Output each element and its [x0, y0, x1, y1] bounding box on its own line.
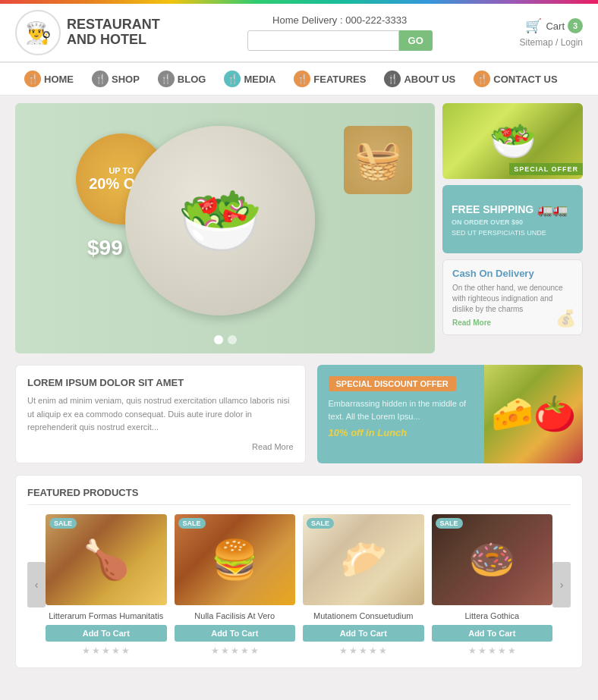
hero-slider: UP TO 20% OFF $99 🥗 🧺: [15, 103, 435, 353]
shipping-subtitle: ON ORDER OVER $90: [452, 218, 574, 226]
star-3: ★: [231, 645, 239, 656]
slider-dots: [214, 335, 237, 344]
add-to-cart-button[interactable]: Add To Cart: [432, 625, 553, 642]
nav-about[interactable]: 🍴 ABOUT US: [375, 63, 464, 95]
discount-text: 10% off in Lunch: [329, 427, 474, 438]
cart-label: Cart: [546, 20, 565, 32]
food-plate: 🥗: [114, 111, 326, 331]
search-input[interactable]: [247, 30, 399, 51]
star-1: ★: [339, 645, 348, 656]
nav-media-icon: 🍴: [224, 71, 241, 87]
star-3: ★: [488, 645, 496, 656]
featured-title: FEATURED PRODUCTS: [27, 487, 571, 505]
star-3: ★: [102, 645, 110, 656]
info-left-panel: LOREM IPSUM DOLOR SIT AMET Ut enim ad mi…: [15, 365, 306, 463]
star-5: ★: [379, 645, 387, 656]
special-offer-card: 🥗 SPECIAL OFFER: [442, 103, 583, 179]
info-left-readmore[interactable]: Read More: [27, 442, 294, 451]
star-5: ★: [508, 645, 516, 656]
star-1: ★: [82, 645, 90, 656]
slider-dot-1[interactable]: [214, 335, 223, 344]
logo-image: 👨‍🍳: [15, 10, 61, 55]
nav-blog-icon: 🍴: [158, 71, 175, 87]
info-right-panel: SPECIAL DISCOUNT OFFER Embarrassing hidd…: [317, 365, 584, 463]
carousel-next-button[interactable]: ›: [552, 562, 571, 607]
info-right-image: 🧀🍅: [484, 365, 583, 463]
product-image-wrap: SALE: [46, 514, 167, 605]
logo-area: 👨‍🍳 RESTAURANT AND HOTEL: [15, 10, 160, 55]
shipping-title: FREE SHIPPING 🚛: [452, 202, 574, 217]
main-content: UP TO 20% OFF $99 🥗 🧺 🥗: [0, 96, 598, 687]
nav-media[interactable]: 🍴 MEDIA: [215, 63, 285, 95]
header-right: 🛒 Cart 3 Sitemap / Login: [520, 17, 583, 48]
carousel-prev-button[interactable]: ‹: [27, 562, 46, 607]
cart-count: 3: [568, 18, 583, 33]
free-shipping-card: FREE SHIPPING 🚛 ON ORDER OVER $90 SED UT…: [442, 185, 583, 253]
product-image-wrap: SALE: [303, 514, 424, 605]
products-grid: SALE Litterarum Formas Humanitatis Add T…: [46, 514, 552, 656]
cart-info[interactable]: 🛒 Cart 3: [520, 17, 583, 34]
brand-name: RESTAURANT AND HOTEL: [67, 17, 160, 48]
sale-badge: SALE: [178, 518, 206, 529]
nav-features[interactable]: 🍴 FEATURES: [285, 63, 375, 95]
star-5: ★: [250, 645, 259, 656]
featured-products-section: FEATURED PRODUCTS ‹ SALE Litterarum Form…: [15, 475, 583, 668]
star-1: ★: [468, 645, 477, 656]
delivery-phone: Home Delivery : 000-222-3333: [160, 14, 520, 26]
add-to-cart-button[interactable]: Add To Cart: [303, 625, 424, 642]
product-image-wrap: SALE: [432, 514, 553, 605]
star-4: ★: [112, 645, 120, 656]
nav-shop[interactable]: 🍴 SHOP: [83, 63, 149, 95]
sale-badge: SALE: [307, 518, 334, 529]
star-4: ★: [241, 645, 249, 656]
main-nav: 🍴 HOME 🍴 SHOP 🍴 BLOG 🍴 MEDIA 🍴 FEATURES …: [0, 62, 598, 96]
money-bag-icon: 💰: [556, 309, 576, 328]
info-right-content: SPECIAL DISCOUNT OFFER Embarrassing hidd…: [317, 365, 485, 463]
info-sections: LOREM IPSUM DOLOR SIT AMET Ut enim ad mi…: [15, 365, 583, 463]
hero-right-cards: 🥗 SPECIAL OFFER FREE SHIPPING 🚛 ON ORDER…: [442, 103, 583, 353]
info-left-text: Ut enim ad minim veniam, quis nostrud ex…: [27, 394, 294, 435]
product-image-wrap: SALE: [175, 514, 296, 605]
star-2: ★: [221, 645, 229, 656]
product-stars: ★ ★ ★ ★ ★: [46, 645, 167, 656]
product-card: SALE Littera Gothica Add To Cart ★ ★ ★ ★…: [432, 514, 553, 656]
nav-blog[interactable]: 🍴 BLOG: [149, 63, 216, 95]
product-card: SALE Nulla Facilisis At Vero Add To Cart…: [175, 514, 296, 656]
header-center: Home Delivery : 000-222-3333 GO: [160, 14, 520, 51]
star-2: ★: [92, 645, 100, 656]
product-name: Litterarum Formas Humanitatis: [46, 611, 167, 620]
nav-contact[interactable]: 🍴 CONTACT US: [464, 63, 566, 95]
star-4: ★: [498, 645, 506, 656]
sale-badge: SALE: [436, 518, 463, 529]
plate-visual: 🥗: [125, 126, 315, 315]
sitemap-login[interactable]: Sitemap / Login: [520, 37, 583, 48]
star-4: ★: [369, 645, 377, 656]
add-to-cart-button[interactable]: Add To Cart: [175, 625, 296, 642]
product-card: SALE Mutationem Consuetudium Add To Cart…: [303, 514, 424, 656]
star-5: ★: [121, 645, 130, 656]
product-stars: ★ ★ ★ ★ ★: [303, 645, 424, 656]
star-1: ★: [211, 645, 219, 656]
info-right-text: Embarrassing hidden in the middle of tex…: [329, 397, 474, 422]
star-3: ★: [359, 645, 367, 656]
search-button[interactable]: GO: [399, 30, 433, 51]
hero-background: UP TO 20% OFF $99 🥗 🧺: [15, 103, 435, 353]
cash-on-delivery-card: Cash On Delivery On the other hand, we d…: [442, 259, 583, 335]
nav-contact-icon: 🍴: [474, 71, 490, 87]
search-bar: GO: [160, 30, 520, 51]
info-left-title: LOREM IPSUM DOLOR SIT AMET: [27, 377, 294, 388]
add-to-cart-button[interactable]: Add To Cart: [46, 625, 167, 642]
nav-shop-icon: 🍴: [92, 71, 109, 87]
star-2: ★: [478, 645, 486, 656]
product-name: Mutationem Consuetudium: [303, 611, 424, 620]
product-stars: ★ ★ ★ ★ ★: [432, 645, 553, 656]
product-stars: ★ ★ ★ ★ ★: [175, 645, 296, 656]
slider-dot-2[interactable]: [228, 335, 237, 344]
header: 👨‍🍳 RESTAURANT AND HOTEL Home Delivery :…: [0, 4, 598, 62]
product-name: Littera Gothica: [432, 611, 553, 620]
product-name: Nulla Facilisis At Vero: [175, 611, 296, 620]
nav-features-icon: 🍴: [294, 71, 310, 87]
delivery-card-title: Cash On Delivery: [452, 268, 573, 279]
cart-icon: 🛒: [525, 17, 542, 34]
nav-home[interactable]: 🍴 HOME: [15, 63, 83, 95]
